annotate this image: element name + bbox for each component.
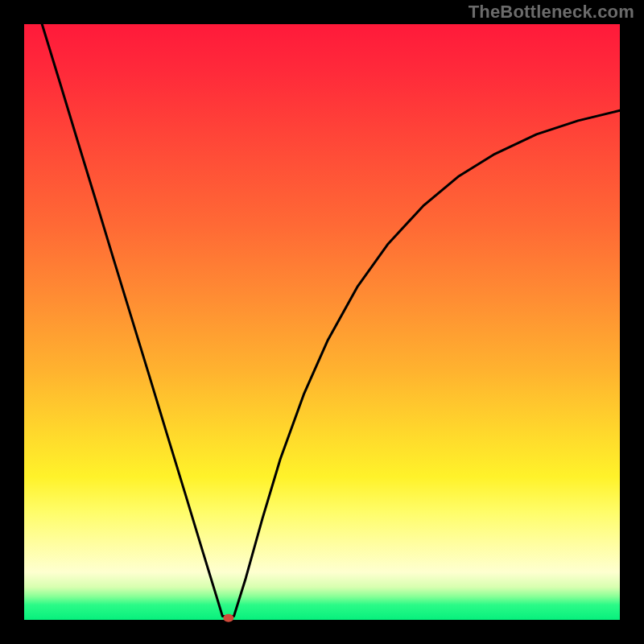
- plot-area: [24, 24, 620, 620]
- min-marker: [223, 614, 233, 622]
- bottleneck-curve: [42, 24, 620, 617]
- chart-frame: TheBottleneck.com: [0, 0, 644, 644]
- watermark-text: TheBottleneck.com: [469, 2, 634, 23]
- curve-svg: [24, 24, 620, 620]
